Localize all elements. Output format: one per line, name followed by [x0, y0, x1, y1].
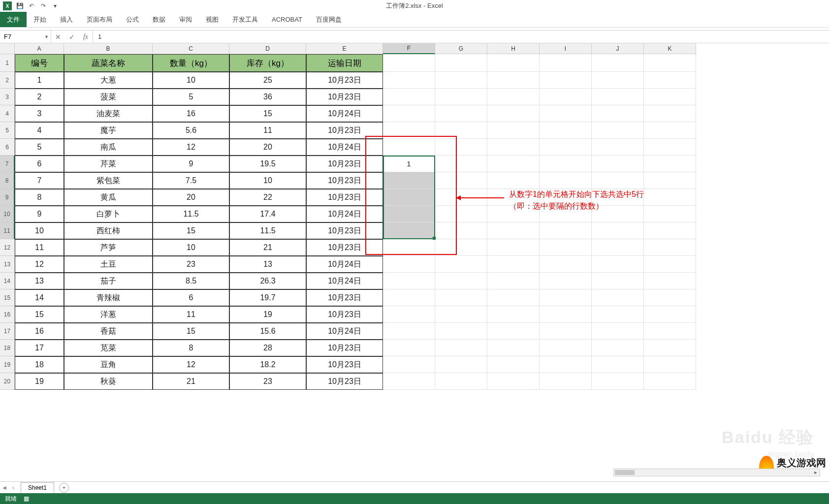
- redo-icon[interactable]: ↷: [39, 2, 47, 10]
- horizontal-scrollbar[interactable]: ◄ ►: [613, 469, 820, 476]
- cell-D3[interactable]: 36: [229, 89, 306, 105]
- cell-J4[interactable]: [592, 105, 644, 122]
- cell-F2[interactable]: [383, 72, 435, 89]
- cell-D10[interactable]: 17.4: [229, 206, 306, 222]
- row-header-12[interactable]: 12: [0, 239, 15, 256]
- cell-B17[interactable]: 香菇: [64, 323, 153, 340]
- cell-A8[interactable]: 7: [15, 172, 64, 189]
- cell-I1[interactable]: [540, 54, 592, 72]
- cell-E14[interactable]: 10月24日: [306, 273, 383, 289]
- cell-B8[interactable]: 紫包菜: [64, 172, 153, 189]
- cell-G7[interactable]: [435, 156, 487, 172]
- cell-D14[interactable]: 26.3: [229, 273, 306, 289]
- name-box-dropdown-icon[interactable]: ▼: [44, 34, 49, 39]
- cell-H16[interactable]: [487, 306, 540, 323]
- cell-K15[interactable]: [644, 289, 696, 306]
- cell-B4[interactable]: 油麦菜: [64, 105, 153, 122]
- ribbon-tab-insert[interactable]: 插入: [53, 12, 80, 27]
- cell-C12[interactable]: 10: [153, 239, 229, 256]
- cell-B11[interactable]: 西红柿: [64, 222, 153, 239]
- row-header-2[interactable]: 2: [0, 72, 15, 89]
- cell-E13[interactable]: 10月24日: [306, 256, 383, 273]
- cell-F5[interactable]: [383, 122, 435, 139]
- cell-J17[interactable]: [592, 323, 644, 340]
- cell-A10[interactable]: 9: [15, 206, 64, 222]
- enter-icon[interactable]: ✓: [65, 33, 79, 41]
- cell-D17[interactable]: 15.6: [229, 323, 306, 340]
- cell-A11[interactable]: 10: [15, 222, 64, 239]
- cell-C8[interactable]: 7.5: [153, 172, 229, 189]
- cell-G14[interactable]: [435, 273, 487, 289]
- cell-E16[interactable]: 10月23日: [306, 306, 383, 323]
- cell-K6[interactable]: [644, 139, 696, 156]
- ribbon-tab-review[interactable]: 审阅: [172, 12, 199, 27]
- cell-H13[interactable]: [487, 256, 540, 273]
- cell-F19[interactable]: [383, 356, 435, 373]
- cell-B14[interactable]: 茄子: [64, 273, 153, 289]
- cell-D9[interactable]: 22: [229, 189, 306, 206]
- cell-K4[interactable]: [644, 105, 696, 122]
- cell-C16[interactable]: 11: [153, 306, 229, 323]
- cell-F20[interactable]: [383, 373, 435, 390]
- cell-I14[interactable]: [540, 273, 592, 289]
- cell-F11[interactable]: [383, 222, 435, 239]
- cell-E17[interactable]: 10月24日: [306, 323, 383, 340]
- cells-area[interactable]: 编号蔬菜名称数量（kg）库存（kg）运输日期1大葱102510月23日2菠菜53…: [15, 54, 696, 390]
- column-header-A[interactable]: A: [15, 43, 64, 54]
- cell-E6[interactable]: 10月24日: [306, 139, 383, 156]
- column-header-B[interactable]: B: [64, 43, 153, 54]
- cell-B9[interactable]: 黄瓜: [64, 189, 153, 206]
- cell-D18[interactable]: 28: [229, 340, 306, 356]
- cell-E10[interactable]: 10月24日: [306, 206, 383, 222]
- cell-A12[interactable]: 11: [15, 239, 64, 256]
- cell-I12[interactable]: [540, 239, 592, 256]
- cell-C2[interactable]: 10: [153, 72, 229, 89]
- cell-H17[interactable]: [487, 323, 540, 340]
- cell-K8[interactable]: [644, 172, 696, 189]
- cell-G20[interactable]: [435, 373, 487, 390]
- macro-record-icon[interactable]: ▦: [24, 495, 29, 502]
- cell-B18[interactable]: 苋菜: [64, 340, 153, 356]
- column-header-G[interactable]: G: [435, 43, 487, 54]
- row-header-10[interactable]: 10: [0, 206, 15, 222]
- cell-E19[interactable]: 10月23日: [306, 356, 383, 373]
- row-header-3[interactable]: 3: [0, 89, 15, 105]
- cell-I15[interactable]: [540, 289, 592, 306]
- cell-C17[interactable]: 15: [153, 323, 229, 340]
- cell-C3[interactable]: 5: [153, 89, 229, 105]
- cell-E5[interactable]: 10月23日: [306, 122, 383, 139]
- cell-C11[interactable]: 15: [153, 222, 229, 239]
- cell-K11[interactable]: [644, 222, 696, 239]
- cell-B1[interactable]: 蔬菜名称: [64, 54, 153, 72]
- cell-H20[interactable]: [487, 373, 540, 390]
- ribbon-tab-developer[interactable]: 开发工具: [225, 12, 265, 27]
- cell-G16[interactable]: [435, 306, 487, 323]
- cell-E18[interactable]: 10月23日: [306, 340, 383, 356]
- cell-F1[interactable]: [383, 54, 435, 72]
- cell-A18[interactable]: 17: [15, 340, 64, 356]
- cell-F15[interactable]: [383, 289, 435, 306]
- cell-I2[interactable]: [540, 72, 592, 89]
- cell-A19[interactable]: 18: [15, 356, 64, 373]
- cell-I5[interactable]: [540, 122, 592, 139]
- column-header-H[interactable]: H: [487, 43, 540, 54]
- cell-G19[interactable]: [435, 356, 487, 373]
- ribbon-tab-acrobat[interactable]: ACROBAT: [265, 12, 309, 27]
- column-header-F[interactable]: F: [383, 43, 435, 54]
- cell-E7[interactable]: 10月23日: [306, 156, 383, 172]
- cell-F10[interactable]: [383, 206, 435, 222]
- cell-K17[interactable]: [644, 323, 696, 340]
- cell-H1[interactable]: [487, 54, 540, 72]
- row-header-18[interactable]: 18: [0, 340, 15, 356]
- cell-A20[interactable]: 19: [15, 373, 64, 390]
- formula-input[interactable]: 1: [93, 31, 829, 43]
- cell-E11[interactable]: 10月23日: [306, 222, 383, 239]
- cell-B20[interactable]: 秋葵: [64, 373, 153, 390]
- cell-D5[interactable]: 11: [229, 122, 306, 139]
- cell-G17[interactable]: [435, 323, 487, 340]
- cell-B16[interactable]: 洋葱: [64, 306, 153, 323]
- cell-I3[interactable]: [540, 89, 592, 105]
- row-header-19[interactable]: 19: [0, 356, 15, 373]
- row-header-6[interactable]: 6: [0, 139, 15, 156]
- cell-H11[interactable]: [487, 222, 540, 239]
